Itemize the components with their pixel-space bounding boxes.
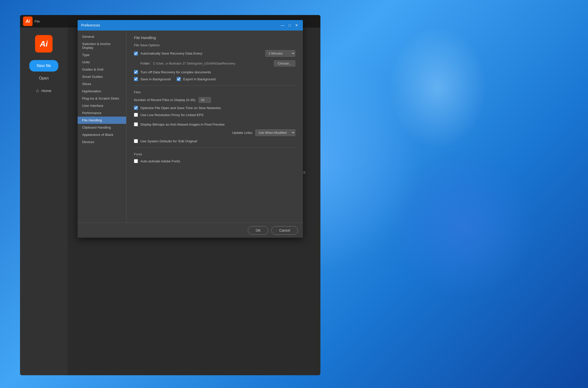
nav-item-devices[interactable]: Devices <box>78 138 126 146</box>
nav-item-file-handling[interactable]: File Handling <box>78 117 126 124</box>
auto-save-checkbox[interactable] <box>134 52 138 56</box>
dialog-window-controls: — □ ✕ <box>280 23 299 28</box>
nav-item-plug-ins[interactable]: Plug-ins & Scratch Disks <box>78 95 126 102</box>
dialog-body: GeneralSelection & Anchor DisplayTypeUni… <box>78 31 303 223</box>
nav-item-clipboard-handling[interactable]: Clipboard Handling <box>78 124 126 131</box>
optimize-checkbox[interactable] <box>134 106 138 110</box>
bg-decoration-3 <box>388 25 488 150</box>
nav-item-general[interactable]: General <box>78 33 126 40</box>
separator-1 <box>134 86 295 86</box>
turn-off-recovery-label: Turn off Data Recovery for complex docum… <box>140 70 211 74</box>
ok-button[interactable]: OK <box>248 226 268 235</box>
nav-item-hyphenation[interactable]: Hyphenation <box>78 88 126 95</box>
minutes-select[interactable]: 2 Minutes 1 Minute 5 Minutes 10 Minutes … <box>265 50 295 57</box>
cancel-button[interactable]: Cancel <box>271 226 298 235</box>
nav-item-slices[interactable]: Slices <box>78 80 126 88</box>
save-in-background-row: Save in Background <box>134 77 171 81</box>
nav-item-appearance-black[interactable]: Appearance of Black <box>78 131 126 138</box>
dialog-content-area: File Handling File Save Options Automati… <box>126 31 303 223</box>
bg-decoration-2 <box>388 150 538 300</box>
low-res-checkbox[interactable] <box>134 113 138 117</box>
auto-activate-label: Auto-activate Adobe Fonts <box>140 159 180 163</box>
folder-path: C:\User...e Illustrator 27 Settings\en_U… <box>153 62 271 65</box>
auto-activate-row: Auto-activate Adobe Fonts <box>134 159 295 163</box>
app-logo-small: Ai <box>23 17 33 26</box>
maximize-button[interactable]: □ <box>287 23 292 28</box>
file-save-options-title: File Save Options <box>134 43 295 47</box>
home-nav-item[interactable]: ⌂ Home <box>36 88 52 93</box>
new-file-button[interactable]: New file <box>29 60 59 72</box>
display-bitmaps-row: Display Bitmaps as Anti-Aliased images i… <box>134 122 295 126</box>
nav-item-performance[interactable]: Performance <box>78 109 126 117</box>
turn-off-recovery-checkbox[interactable] <box>134 70 138 74</box>
optimize-row: Optimize File Open and Save Time on Slow… <box>134 106 295 110</box>
export-in-background-label: Export in Background <box>183 77 216 81</box>
app-sidebar-logo: Ai <box>35 35 53 53</box>
folder-label: Folder: <box>140 62 150 65</box>
low-res-row: Use Low Resolution Proxy for Linked EPS <box>134 113 295 117</box>
auto-save-label: Automatically Save Recovery Data Every: <box>140 52 203 55</box>
nav-item-units[interactable]: Units <box>78 59 126 66</box>
update-links-row: Update Links: Ask When Modified Automati… <box>134 129 295 136</box>
save-export-row: Save in Background Export in Background <box>134 77 295 81</box>
preferences-dialog: Preferences — □ ✕ GeneralSelection & Anc… <box>78 20 303 238</box>
close-button[interactable]: ✕ <box>294 23 299 28</box>
save-in-background-label: Save in Background <box>140 77 171 81</box>
nav-item-guides-grid[interactable]: Guides & Grid <box>78 66 126 73</box>
display-bitmaps-checkbox[interactable] <box>134 122 138 126</box>
use-system-defaults-label: Use System Defaults for 'Edit Original' <box>140 139 198 143</box>
choose-folder-button[interactable]: Choose... <box>274 60 295 67</box>
update-links-label: Update Links: <box>232 131 253 135</box>
files-section-title: Files <box>134 90 295 94</box>
recent-files-row: Number of Recent Files to Display (0-30)… <box>134 97 295 103</box>
optimize-label: Optimize File Open and Save Time on Slow… <box>140 106 221 110</box>
ai-application: Ai File Ai New file Open ⌂ Home 🔍 esets … <box>20 15 320 375</box>
open-button[interactable]: Open <box>39 76 49 81</box>
dialog-titlebar: Preferences — □ ✕ <box>78 20 303 31</box>
export-in-background-checkbox[interactable] <box>177 77 181 81</box>
low-res-label: Use Low Resolution Proxy for Linked EPS <box>140 113 204 117</box>
update-links-select[interactable]: Ask When Modified Automatically Manually <box>255 129 295 136</box>
fonts-section-title: Fonts <box>134 152 295 156</box>
nav-item-user-interface[interactable]: User Interface <box>78 102 126 109</box>
dialog-footer: OK Cancel <box>78 223 303 238</box>
turn-off-recovery-row: Turn off Data Recovery for complex docum… <box>134 70 295 74</box>
recent-files-input[interactable] <box>199 97 211 103</box>
save-in-background-checkbox[interactable] <box>134 77 138 81</box>
separator-2 <box>134 148 295 148</box>
use-system-defaults-row: Use System Defaults for 'Edit Original' <box>134 139 295 143</box>
export-in-background-row: Export in Background <box>177 77 216 81</box>
auto-activate-checkbox[interactable] <box>134 159 138 163</box>
app-file-menu[interactable]: File <box>35 20 40 23</box>
nav-item-smart-guides[interactable]: Smart Guides <box>78 73 126 80</box>
use-system-defaults-checkbox[interactable] <box>134 139 138 143</box>
section-title: File Handling <box>134 36 295 40</box>
nav-item-type[interactable]: Type <box>78 51 126 59</box>
recent-files-label: Number of Recent Files to Display (0-30)… <box>134 98 196 102</box>
nav-item-selection-anchor[interactable]: Selection & Anchor Display <box>78 40 126 51</box>
minimize-button[interactable]: — <box>280 23 285 28</box>
auto-save-row: Automatically Save Recovery Data Every: … <box>134 50 295 57</box>
app-sidebar: Ai New file Open ⌂ Home <box>20 28 68 375</box>
dialog-title: Preferences <box>81 23 100 27</box>
display-bitmaps-label: Display Bitmaps as Anti-Aliased images i… <box>140 123 225 126</box>
folder-row: Folder: C:\User...e Illustrator 27 Setti… <box>134 60 295 67</box>
home-label: Home <box>41 89 51 93</box>
home-icon: ⌂ <box>36 88 39 93</box>
preferences-nav: GeneralSelection & Anchor DisplayTypeUni… <box>78 31 126 223</box>
